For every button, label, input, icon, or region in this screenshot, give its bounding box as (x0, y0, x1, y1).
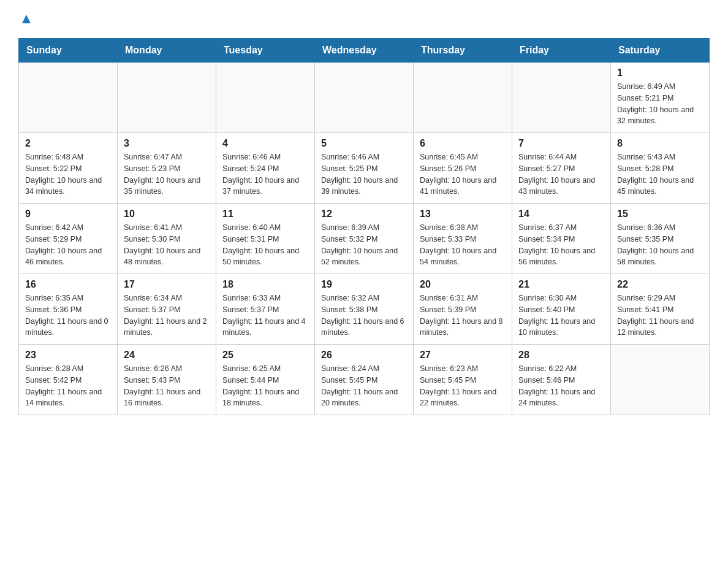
day-number: 28 (518, 350, 604, 361)
day-number: 26 (321, 350, 407, 361)
day-number: 20 (420, 279, 506, 290)
calendar-cell-w5-d1: 23Sunrise: 6:28 AMSunset: 5:42 PMDayligh… (19, 345, 118, 415)
day-info: Sunrise: 6:48 AMSunset: 5:22 PMDaylight:… (25, 151, 111, 197)
calendar-cell-w2-d1: 2Sunrise: 6:48 AMSunset: 5:22 PMDaylight… (19, 133, 118, 204)
day-info: Sunrise: 6:37 AMSunset: 5:34 PMDaylight:… (518, 222, 604, 268)
day-info: Sunrise: 6:30 AMSunset: 5:40 PMDaylight:… (518, 293, 604, 339)
calendar-cell-w5-d4: 26Sunrise: 6:24 AMSunset: 5:45 PMDayligh… (315, 345, 414, 415)
day-info: Sunrise: 6:43 AMSunset: 5:28 PMDaylight:… (617, 151, 703, 197)
calendar-cell-w4-d6: 21Sunrise: 6:30 AMSunset: 5:40 PMDayligh… (512, 274, 611, 345)
calendar-cell-w3-d4: 12Sunrise: 6:39 AMSunset: 5:32 PMDayligh… (315, 204, 414, 274)
day-info: Sunrise: 6:40 AMSunset: 5:31 PMDaylight:… (222, 222, 308, 268)
calendar-cell-w5-d5: 27Sunrise: 6:23 AMSunset: 5:45 PMDayligh… (414, 345, 512, 415)
day-number: 7 (518, 138, 604, 149)
day-number: 11 (222, 209, 308, 220)
day-info: Sunrise: 6:33 AMSunset: 5:37 PMDaylight:… (222, 293, 308, 339)
day-number: 18 (222, 279, 308, 290)
day-number: 9 (25, 209, 111, 220)
calendar-cell-w2-d4: 5Sunrise: 6:46 AMSunset: 5:25 PMDaylight… (315, 133, 414, 204)
day-info: Sunrise: 6:31 AMSunset: 5:39 PMDaylight:… (420, 293, 506, 339)
day-number: 4 (222, 138, 308, 149)
calendar-cell-w3-d3: 11Sunrise: 6:40 AMSunset: 5:31 PMDayligh… (216, 204, 315, 274)
calendar-cell-w2-d2: 3Sunrise: 6:47 AMSunset: 5:23 PMDaylight… (118, 133, 216, 204)
logo-triangle-icon (20, 12, 33, 26)
day-info: Sunrise: 6:28 AMSunset: 5:42 PMDaylight:… (25, 363, 111, 409)
calendar-cell-w1-d4 (315, 63, 414, 133)
day-number: 22 (617, 279, 703, 290)
day-number: 16 (25, 279, 111, 290)
day-number: 14 (518, 209, 604, 220)
calendar-header-row: Sunday Monday Tuesday Wednesday Thursday… (19, 39, 710, 63)
calendar-cell-w4-d3: 18Sunrise: 6:33 AMSunset: 5:37 PMDayligh… (216, 274, 315, 345)
week-row-3: 9Sunrise: 6:42 AMSunset: 5:29 PMDaylight… (19, 204, 710, 274)
calendar-cell-w1-d6 (512, 63, 611, 133)
header-friday: Friday (512, 39, 611, 63)
header-sunday: Sunday (19, 39, 118, 63)
day-number: 27 (420, 350, 506, 361)
calendar-cell-w4-d7: 22Sunrise: 6:29 AMSunset: 5:41 PMDayligh… (611, 274, 710, 345)
day-number: 12 (321, 209, 407, 220)
calendar-cell-w2-d6: 7Sunrise: 6:44 AMSunset: 5:27 PMDaylight… (512, 133, 611, 204)
week-row-1: 1Sunrise: 6:49 AMSunset: 5:21 PMDaylight… (19, 63, 710, 133)
calendar-cell-w1-d3 (216, 63, 315, 133)
calendar-cell-w2-d7: 8Sunrise: 6:43 AMSunset: 5:28 PMDaylight… (611, 133, 710, 204)
day-info: Sunrise: 6:23 AMSunset: 5:45 PMDaylight:… (420, 363, 506, 409)
day-info: Sunrise: 6:26 AMSunset: 5:43 PMDaylight:… (124, 363, 210, 409)
calendar-cell-w1-d2 (118, 63, 216, 133)
calendar-cell-w4-d5: 20Sunrise: 6:31 AMSunset: 5:39 PMDayligh… (414, 274, 512, 345)
day-info: Sunrise: 6:38 AMSunset: 5:33 PMDaylight:… (420, 222, 506, 268)
day-info: Sunrise: 6:47 AMSunset: 5:23 PMDaylight:… (124, 151, 210, 197)
calendar-cell-w5-d2: 24Sunrise: 6:26 AMSunset: 5:43 PMDayligh… (118, 345, 216, 415)
day-info: Sunrise: 6:22 AMSunset: 5:46 PMDaylight:… (518, 363, 604, 409)
week-row-4: 16Sunrise: 6:35 AMSunset: 5:36 PMDayligh… (19, 274, 710, 345)
day-number: 8 (617, 138, 703, 149)
logo (18, 12, 33, 26)
day-info: Sunrise: 6:35 AMSunset: 5:36 PMDaylight:… (25, 293, 111, 339)
day-info: Sunrise: 6:24 AMSunset: 5:45 PMDaylight:… (321, 363, 407, 409)
day-info: Sunrise: 6:29 AMSunset: 5:41 PMDaylight:… (617, 293, 703, 339)
header-saturday: Saturday (611, 39, 710, 63)
day-number: 21 (518, 279, 604, 290)
calendar-cell-w1-d1 (19, 63, 118, 133)
calendar-cell-w3-d7: 15Sunrise: 6:36 AMSunset: 5:35 PMDayligh… (611, 204, 710, 274)
calendar-cell-w2-d3: 4Sunrise: 6:46 AMSunset: 5:24 PMDaylight… (216, 133, 315, 204)
day-info: Sunrise: 6:32 AMSunset: 5:38 PMDaylight:… (321, 293, 407, 339)
svg-marker-0 (22, 15, 31, 23)
header-monday: Monday (118, 39, 216, 63)
calendar-cell-w3-d6: 14Sunrise: 6:37 AMSunset: 5:34 PMDayligh… (512, 204, 611, 274)
day-info: Sunrise: 6:45 AMSunset: 5:26 PMDaylight:… (420, 151, 506, 197)
day-info: Sunrise: 6:39 AMSunset: 5:32 PMDaylight:… (321, 222, 407, 268)
day-number: 5 (321, 138, 407, 149)
day-info: Sunrise: 6:46 AMSunset: 5:24 PMDaylight:… (222, 151, 308, 197)
day-number: 13 (420, 209, 506, 220)
day-number: 10 (124, 209, 210, 220)
day-info: Sunrise: 6:34 AMSunset: 5:37 PMDaylight:… (124, 293, 210, 339)
header-thursday: Thursday (414, 39, 512, 63)
day-number: 15 (617, 209, 703, 220)
calendar-cell-w3-d5: 13Sunrise: 6:38 AMSunset: 5:33 PMDayligh… (414, 204, 512, 274)
day-number: 25 (222, 350, 308, 361)
week-row-2: 2Sunrise: 6:48 AMSunset: 5:22 PMDaylight… (19, 133, 710, 204)
calendar-cell-w3-d1: 9Sunrise: 6:42 AMSunset: 5:29 PMDaylight… (19, 204, 118, 274)
calendar-cell-w5-d6: 28Sunrise: 6:22 AMSunset: 5:46 PMDayligh… (512, 345, 611, 415)
day-number: 6 (420, 138, 506, 149)
day-number: 1 (617, 67, 703, 79)
calendar-cell-w2-d5: 6Sunrise: 6:45 AMSunset: 5:26 PMDaylight… (414, 133, 512, 204)
day-number: 2 (25, 138, 111, 149)
calendar-cell-w4-d4: 19Sunrise: 6:32 AMSunset: 5:38 PMDayligh… (315, 274, 414, 345)
header-wednesday: Wednesday (315, 39, 414, 63)
calendar-cell-w3-d2: 10Sunrise: 6:41 AMSunset: 5:30 PMDayligh… (118, 204, 216, 274)
day-info: Sunrise: 6:42 AMSunset: 5:29 PMDaylight:… (25, 222, 111, 268)
calendar-cell-w4-d2: 17Sunrise: 6:34 AMSunset: 5:37 PMDayligh… (118, 274, 216, 345)
day-info: Sunrise: 6:36 AMSunset: 5:35 PMDaylight:… (617, 222, 703, 268)
calendar-cell-w4-d1: 16Sunrise: 6:35 AMSunset: 5:36 PMDayligh… (19, 274, 118, 345)
day-info: Sunrise: 6:49 AMSunset: 5:21 PMDaylight:… (617, 81, 703, 127)
calendar-cell-w1-d5 (414, 63, 512, 133)
calendar-cell-w1-d7: 1Sunrise: 6:49 AMSunset: 5:21 PMDaylight… (611, 63, 710, 133)
day-info: Sunrise: 6:46 AMSunset: 5:25 PMDaylight:… (321, 151, 407, 197)
day-number: 24 (124, 350, 210, 361)
calendar-table: Sunday Monday Tuesday Wednesday Thursday… (18, 38, 710, 415)
header-tuesday: Tuesday (216, 39, 315, 63)
calendar-cell-w5-d3: 25Sunrise: 6:25 AMSunset: 5:44 PMDayligh… (216, 345, 315, 415)
page-header (18, 12, 710, 26)
